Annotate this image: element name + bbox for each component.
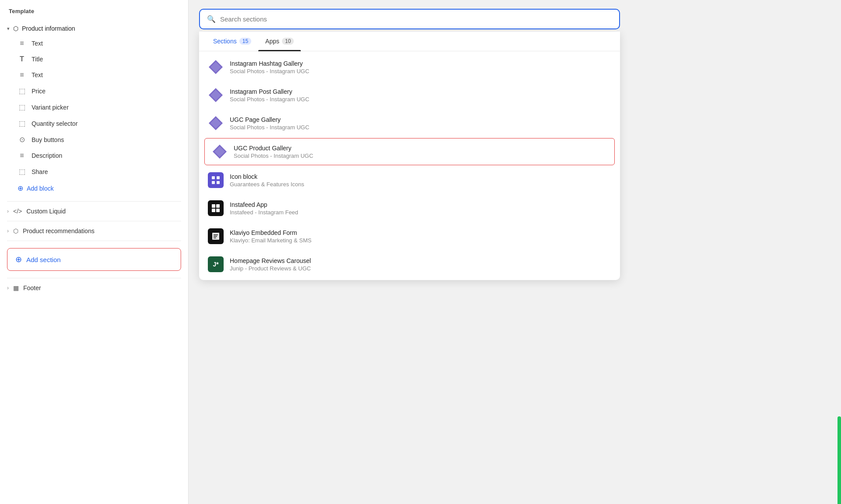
grid-icon: ▦ [13, 284, 19, 291]
product-recommendations-item[interactable]: › ⬡ Product recommendations [0, 223, 188, 239]
block-item-price[interactable]: ⬚ Price [18, 83, 188, 99]
app-name-2: Instagram Post Gallery [230, 88, 309, 95]
product-information-title[interactable]: ▾ ⬡ Product information [0, 21, 188, 35]
block-item-share[interactable]: ⬚ Share [18, 163, 188, 180]
list-item[interactable]: J* Homepage Reviews Carousel Junip - Pro… [199, 250, 620, 278]
list-item[interactable]: Instagram Hashtag Gallery Social Photos … [199, 53, 620, 81]
search-input[interactable] [220, 15, 612, 23]
list-item[interactable]: UGC Page Gallery Social Photos - Instagr… [199, 109, 620, 137]
diamond-icon-1 [208, 59, 224, 75]
app-sub-1: Social Photos - Instagram UGC [230, 68, 309, 75]
app-info-8: Homepage Reviews Carousel Junip - Produc… [230, 257, 311, 272]
add-block-button[interactable]: ⊕ Add block [0, 180, 188, 197]
sidebar: Template ▾ ⬡ Product information ≡ Text … [0, 0, 189, 504]
app-sub-7: Klaviyo: Email Marketing & SMS [230, 237, 311, 244]
svg-rect-11 [217, 181, 220, 184]
block-list: ≡ Text T Title ≡ Text ⬚ Price ⬚ Variant … [0, 35, 188, 180]
block-label-description: Description [32, 152, 62, 159]
diamond-icon-2 [208, 87, 224, 103]
block-label-text-1: Text [32, 40, 43, 47]
chevron-right-icon: › [7, 208, 9, 214]
curved-box-icon: ⊙ [18, 135, 26, 144]
block-label-price: Price [32, 88, 46, 95]
search-icon: 🔍 [207, 15, 216, 23]
svg-marker-1 [210, 62, 221, 72]
apps-tab-label: Apps [265, 38, 279, 45]
divider-1 [7, 201, 181, 202]
svg-rect-17 [214, 234, 218, 235]
app-name-6: Instafeed App [230, 201, 298, 208]
main-panel: 🔍 Sections 15 Apps 10 Instag [189, 0, 841, 504]
chevron-right-icon-3: › [7, 285, 9, 291]
plus-circle-icon: ⊕ [18, 184, 23, 192]
chevron-down-icon: ▾ [7, 26, 10, 32]
block-item-quantity-selector[interactable]: ⬚ Quantity selector [18, 115, 188, 131]
lines-icon-2: ≡ [18, 71, 26, 79]
tab-sections[interactable]: Sections 15 [206, 32, 258, 51]
app-sub-3: Social Photos - Instagram UGC [230, 124, 309, 131]
divider-4 [7, 278, 181, 278]
app-sub-2: Social Photos - Instagram UGC [230, 96, 309, 103]
custom-liquid-label: Custom Liquid [26, 208, 66, 215]
app-info-3: UGC Page Gallery Social Photos - Instagr… [230, 116, 309, 131]
dashed-box-icon-2: ⬚ [18, 103, 26, 111]
dashed-box-icon: ⬚ [18, 87, 26, 95]
sections-count-badge: 15 [239, 38, 251, 45]
block-item-description[interactable]: ≡ Description [18, 148, 188, 163]
list-item[interactable]: Instagram Post Gallery Social Photos - I… [199, 81, 620, 109]
app-name-1: Instagram Hashtag Gallery [230, 60, 309, 67]
block-label-share: Share [32, 168, 48, 175]
block-label-title: Title [32, 56, 43, 63]
search-box[interactable]: 🔍 [199, 9, 620, 29]
svg-rect-19 [214, 238, 216, 238]
list-item[interactable]: Icon block Guarantees & Features Icons [199, 166, 620, 194]
app-sub-5: Guarantees & Features Icons [230, 181, 304, 188]
iconblock-icon [208, 172, 224, 188]
svg-rect-13 [216, 204, 220, 208]
product-information-label: Product information [22, 25, 75, 32]
app-name-3: UGC Page Gallery [230, 116, 309, 123]
footer-label: Footer [23, 284, 41, 291]
junip-icon: J* [208, 256, 224, 272]
lines-icon: ≡ [18, 39, 26, 47]
block-label-text-2: Text [32, 71, 43, 78]
app-info-7: Klaviyo Embedded Form Klaviyo: Email Mar… [230, 229, 311, 244]
instafeed-icon [208, 200, 224, 216]
list-item[interactable]: Klaviyo Embedded Form Klaviyo: Email Mar… [199, 222, 620, 250]
app-name-5: Icon block [230, 173, 304, 180]
product-recommendations-label: Product recommendations [23, 227, 94, 234]
app-name-4: UGC Product Gallery [234, 145, 313, 152]
block-item-text-1[interactable]: ≡ Text [18, 35, 188, 51]
block-item-title[interactable]: T Title [18, 51, 188, 67]
block-label-variant-picker: Variant picker [32, 104, 69, 111]
app-name-8: Homepage Reviews Carousel [230, 257, 311, 264]
list-item[interactable]: UGC Product Gallery Social Photos - Inst… [204, 138, 615, 165]
svg-rect-15 [216, 209, 220, 212]
block-item-variant-picker[interactable]: ⬚ Variant picker [18, 99, 188, 115]
list-item[interactable]: Instafeed App Instafeed - Instagram Feed [199, 194, 620, 222]
svg-rect-18 [214, 236, 217, 237]
app-info-2: Instagram Post Gallery Social Photos - I… [230, 88, 309, 103]
chevron-right-icon-2: › [7, 228, 9, 234]
block-item-buy-buttons[interactable]: ⊙ Buy buttons [18, 131, 188, 148]
tab-apps[interactable]: Apps 10 [258, 32, 301, 51]
app-name-7: Klaviyo Embedded Form [230, 229, 311, 236]
sidebar-header: Template [0, 0, 188, 19]
app-info-1: Instagram Hashtag Gallery Social Photos … [230, 60, 309, 75]
svg-marker-3 [210, 90, 221, 100]
app-sub-6: Instafeed - Instagram Feed [230, 209, 298, 216]
divider-2 [7, 221, 181, 221]
app-sub-4: Social Photos - Instagram UGC [234, 153, 313, 159]
code-icon: </> [13, 208, 22, 215]
svg-rect-14 [212, 209, 215, 212]
app-info-5: Icon block Guarantees & Features Icons [230, 173, 304, 188]
block-item-text-2[interactable]: ≡ Text [18, 67, 188, 83]
T-icon: T [18, 55, 26, 63]
svg-rect-8 [212, 176, 215, 179]
add-section-button[interactable]: ⊕ Add section [7, 248, 181, 271]
tabs-row: Sections 15 Apps 10 [199, 32, 620, 51]
footer-item[interactable]: › ▦ Footer [0, 280, 188, 296]
custom-liquid-item[interactable]: › </> Custom Liquid [0, 203, 188, 219]
svg-rect-10 [212, 181, 215, 184]
diamond-icon-4 [212, 144, 228, 160]
